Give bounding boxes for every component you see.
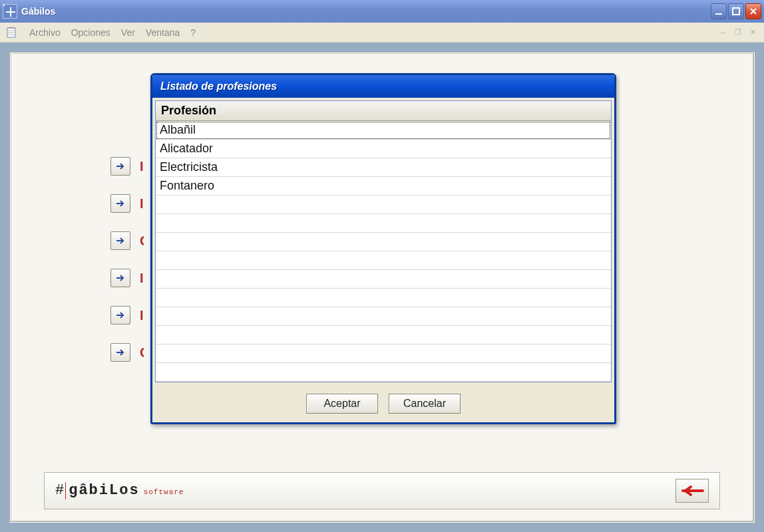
arrow-right-button[interactable] (110, 194, 130, 213)
app-icon (3, 4, 17, 19)
arrow-left-icon (680, 485, 704, 497)
table-row[interactable] (156, 289, 611, 307)
table-row[interactable]: Albañil (156, 121, 611, 140)
maximize-button[interactable] (728, 3, 744, 19)
nav-label: I (140, 271, 144, 286)
professions-dialog: Listado de profesiones Profesión Albañil… (150, 73, 616, 424)
professions-grid: Profesión AlbañilAlicatadorElectricistaF… (155, 100, 612, 382)
brand-logo: # gâbiLos software (55, 482, 184, 499)
menu-help[interactable]: ? (190, 27, 196, 38)
dialog-footer: Aceptar Cancelar (152, 385, 614, 422)
close-button[interactable] (745, 3, 761, 19)
nav-label: I (140, 159, 144, 174)
table-row[interactable]: Alicatador (156, 140, 611, 158)
window-controls (711, 3, 761, 19)
table-row[interactable] (156, 363, 611, 382)
table-row[interactable] (156, 251, 611, 270)
table-row[interactable] (156, 196, 611, 214)
mdi-close-button[interactable]: ✕ (747, 27, 759, 37)
menu-ventana[interactable]: Ventana (146, 27, 180, 38)
nav-arrow-list: I I C I (110, 157, 144, 362)
nav-label: I (140, 308, 144, 323)
accept-button[interactable]: Aceptar (306, 394, 378, 414)
nav-item: I (110, 306, 144, 325)
bottom-bar: # gâbiLos software (44, 472, 720, 509)
logo-name: gâbiLos (69, 482, 139, 499)
nav-label: C (140, 233, 144, 249)
table-row[interactable] (156, 214, 611, 233)
nav-item: I (110, 269, 144, 287)
minimize-button[interactable] (711, 3, 727, 19)
nav-label: C (140, 345, 144, 360)
workspace: I I C I (0, 43, 764, 532)
arrow-right-button[interactable] (110, 157, 130, 176)
cancel-button[interactable]: Cancelar (389, 394, 461, 414)
table-row[interactable] (156, 326, 611, 344)
menu-app-icon (5, 26, 19, 39)
dialog-titlebar[interactable]: Listado de profesiones (152, 75, 614, 98)
dialog-body: Profesión AlbañilAlicatadorElectricistaF… (152, 98, 614, 385)
table-row[interactable] (156, 270, 611, 289)
back-button[interactable] (675, 479, 709, 503)
mdi-window-controls: ─ ❐ ✕ (717, 27, 759, 37)
svg-rect-1 (733, 8, 739, 15)
menubar: Archivo Opciones Ver Ventana ? ─ ❐ ✕ (0, 23, 764, 43)
mdi-restore-button[interactable]: ❐ (732, 27, 744, 37)
column-header-profesion[interactable]: Profesión (156, 101, 611, 121)
nav-item: I (110, 157, 144, 176)
menu-archivo[interactable]: Archivo (29, 27, 61, 38)
table-row[interactable]: Electricista (156, 158, 611, 177)
menu-ver[interactable]: Ver (121, 27, 135, 38)
logo-subtitle: software (144, 488, 184, 496)
table-row[interactable]: Fontanero (156, 177, 611, 196)
nav-item: C (110, 343, 144, 362)
arrow-right-button[interactable] (110, 343, 130, 362)
nav-item: C (110, 231, 144, 250)
arrow-right-button[interactable] (110, 231, 130, 250)
nav-label: I (140, 196, 144, 211)
main-titlebar: Gábilos (0, 0, 764, 23)
table-row[interactable] (156, 307, 611, 326)
menu-opciones[interactable]: Opciones (71, 27, 110, 38)
table-row[interactable] (156, 233, 611, 251)
logo-divider (65, 482, 66, 499)
hash-icon: # (55, 482, 63, 499)
arrow-right-button[interactable] (110, 269, 130, 287)
arrow-right-button[interactable] (110, 306, 130, 325)
svg-rect-0 (715, 13, 722, 15)
mdi-minimize-button[interactable]: ─ (717, 27, 729, 37)
app-title: Gábilos (21, 6, 711, 17)
dialog-title: Listado de profesiones (160, 80, 277, 92)
mdi-child-window: I I C I (9, 52, 755, 523)
table-row[interactable] (156, 344, 611, 363)
nav-item: I (110, 194, 144, 213)
